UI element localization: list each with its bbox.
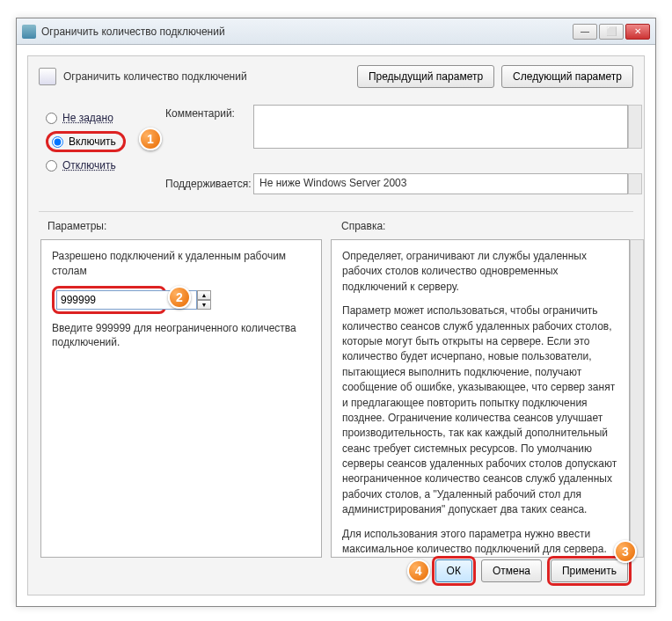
window-title: Ограничить количество подключений	[41, 26, 573, 38]
params-label: Параметры:	[47, 220, 106, 232]
spinner-down-icon[interactable]: ▼	[197, 300, 211, 310]
help-p1: Определяет, ограничивают ли службы удале…	[342, 249, 618, 295]
radio-not-configured-label: Не задано	[62, 112, 113, 124]
radio-disable-label: Отключить	[62, 159, 116, 172]
client-area: Ограничить количество подключений Предыд…	[17, 45, 655, 606]
dialog-buttons: 4 ОК Отмена Применить 3	[407, 559, 628, 582]
radio-disable-input[interactable]	[46, 160, 57, 172]
state-radio-group: Не задано Включить 1 Отключить	[46, 105, 147, 179]
separator	[39, 211, 633, 212]
radio-disable[interactable]: Отключить	[46, 159, 147, 172]
apply-button[interactable]: Применить	[551, 559, 628, 582]
radio-enable[interactable]: Включить	[46, 131, 126, 152]
help-panel: Определяет, ограничивают ли службы удале…	[331, 239, 630, 558]
comment-textarea[interactable]	[253, 105, 628, 149]
app-icon	[22, 25, 36, 39]
params-panel: Разрешено подключений к удаленным рабочи…	[40, 239, 322, 558]
policy-title: Ограничить количество подключений	[63, 70, 350, 83]
supported-scrollbar[interactable]	[628, 173, 642, 194]
help-p3: Для использования этого параметра нужно …	[342, 527, 618, 558]
title-bar[interactable]: Ограничить количество подключений — ⬜ ✕	[17, 18, 655, 45]
supported-label: Поддерживается:	[165, 178, 252, 190]
cancel-button[interactable]: Отмена	[481, 559, 542, 582]
comment-scrollbar[interactable]	[628, 105, 642, 149]
prev-setting-button[interactable]: Предыдущий параметр	[357, 65, 494, 88]
close-button[interactable]: ✕	[625, 24, 650, 40]
radio-enable-label: Включить	[69, 135, 116, 148]
maximize-button[interactable]: ⬜	[599, 24, 624, 40]
help-scrollbar[interactable]	[630, 239, 644, 558]
radio-not-configured[interactable]: Не задано	[46, 112, 147, 124]
radio-enable-input[interactable]	[52, 136, 63, 148]
radio-not-configured-input[interactable]	[46, 113, 57, 124]
policy-dialog-window: Ограничить количество подключений — ⬜ ✕ …	[16, 18, 656, 607]
inner-frame: Ограничить количество подключений Предыд…	[27, 55, 645, 595]
callout-1: 1	[139, 128, 162, 150]
help-label: Справка:	[341, 220, 385, 232]
header-row: Ограничить количество подключений Предыд…	[39, 65, 633, 88]
next-setting-button[interactable]: Следующий параметр	[501, 65, 633, 88]
callout-4: 4	[407, 559, 430, 582]
callout-2: 2	[168, 286, 191, 309]
ok-button[interactable]: ОК	[435, 559, 472, 582]
params-hint: Введите 999999 для неограниченного колич…	[52, 321, 310, 351]
comment-label: Комментарий:	[165, 107, 235, 120]
help-p2: Параметр может использоваться, чтобы огр…	[342, 303, 618, 517]
params-prompt: Разрешено подключений к удаленным рабочи…	[52, 249, 310, 279]
connections-spinner[interactable]: ▲ ▼	[52, 286, 166, 314]
policy-icon	[39, 68, 56, 85]
spinner-up-icon[interactable]: ▲	[197, 290, 211, 300]
callout-3: 3	[614, 540, 637, 563]
minimize-button[interactable]: —	[573, 24, 597, 40]
supported-value: Не ниже Windows Server 2003	[253, 173, 628, 194]
